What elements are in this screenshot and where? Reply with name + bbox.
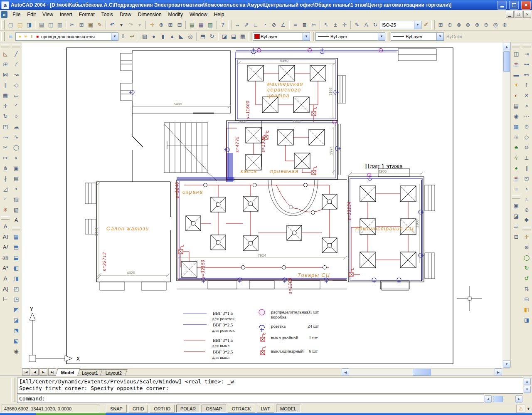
layer-on-icon[interactable]: ●: [17, 34, 23, 40]
ordinate-dimension-icon[interactable]: ∟: [251, 20, 260, 30]
fog-icon[interactable]: ≋: [511, 132, 521, 142]
snap-center-icon[interactable]: ⊙: [522, 121, 532, 132]
ellipse-arc-icon[interactable]: ◗: [11, 153, 21, 163]
snap-tangent-icon[interactable]: ⊚: [522, 142, 532, 153]
tool-palettes-icon[interactable]: ▥: [206, 20, 215, 30]
explode-icon[interactable]: ✳: [0, 205, 10, 215]
status-toggle-ortho[interactable]: ORTHO: [150, 405, 175, 413]
menu-format[interactable]: Format: [76, 10, 98, 19]
edit-text-icon[interactable]: A/: [0, 242, 10, 252]
paste-icon[interactable]: ▣: [86, 20, 95, 30]
tab-layout1[interactable]: Layout1: [76, 369, 103, 376]
zoom-all-icon[interactable]: ◎: [491, 20, 500, 30]
landscape-new-icon[interactable]: ♣: [511, 142, 521, 153]
render-script-icon[interactable]: ▱: [511, 221, 521, 232]
snap-tracking-icon[interactable]: ⊸: [522, 49, 532, 59]
diameter-dimension-icon[interactable]: ⊘: [269, 20, 278, 30]
zoom-realtime-icon[interactable]: ⊕: [157, 20, 166, 30]
cmd-scroll-up-icon[interactable]: ▲: [524, 378, 531, 385]
pan-realtime-icon[interactable]: ✛: [148, 20, 157, 30]
snap-node-icon[interactable]: ∘: [522, 184, 532, 194]
properties-icon[interactable]: ▤: [187, 20, 197, 30]
zoom-icon[interactable]: ⊕: [522, 242, 532, 252]
ne-isometric-icon[interactable]: ⬔: [11, 325, 21, 336]
scroll-left-icon[interactable]: ◀: [342, 368, 349, 376]
pan-icon[interactable]: ✛: [522, 232, 532, 242]
chevron-down-icon[interactable]: ▼: [414, 21, 421, 29]
zoom-extents-icon[interactable]: ⊚: [500, 20, 509, 30]
menu-window[interactable]: Window: [186, 10, 211, 19]
quick-dimension-icon[interactable]: ≡: [291, 20, 300, 30]
cmd-scroll-down-icon[interactable]: ▼: [524, 386, 531, 393]
background-icon[interactable]: ▩: [511, 121, 521, 132]
multiline-text-icon[interactable]: A: [0, 221, 10, 232]
hide-icon[interactable]: ◫: [511, 49, 521, 59]
move-icon[interactable]: ✛: [0, 101, 10, 111]
toolbar-grip[interactable]: [522, 227, 531, 230]
undo-dropdown[interactable]: ▾: [117, 20, 126, 30]
slice-icon[interactable]: ◪: [220, 32, 229, 41]
render-window-icon[interactable]: ▣: [511, 200, 521, 211]
mapping-icon[interactable]: ◉: [511, 111, 521, 121]
revolve-icon[interactable]: ↻: [207, 32, 217, 41]
chevron-down-icon[interactable]: ▼: [111, 33, 118, 40]
named-views-icon[interactable]: ▦: [11, 232, 21, 242]
text-style-icon[interactable]: A*: [0, 263, 10, 273]
center-mark-icon[interactable]: ✛: [340, 20, 349, 30]
layer-previous-icon[interactable]: ↩: [128, 32, 137, 41]
top-view-icon[interactable]: ⬒: [11, 242, 21, 252]
close-button[interactable]: ✕: [521, 1, 531, 10]
menu-insert[interactable]: Insert: [57, 10, 76, 19]
tab-model[interactable]: Model: [55, 368, 80, 376]
command-window-grip[interactable]: [11, 378, 15, 402]
right-view-icon[interactable]: ◨: [11, 273, 21, 284]
scroll-right-icon[interactable]: ▶: [495, 368, 502, 376]
lineweight-dropdown[interactable]: ByLayer ▼: [391, 32, 444, 41]
scroll-down-icon[interactable]: ▼: [503, 360, 510, 368]
osnap-settings-icon[interactable]: ✱: [522, 215, 532, 225]
toolbar-grip[interactable]: [12, 227, 20, 230]
make-block-icon[interactable]: ▤: [11, 173, 21, 184]
solids-cylinder-icon[interactable]: ▮: [158, 32, 167, 41]
make-object-layer-current-icon[interactable]: ⇩: [118, 32, 128, 41]
redo-icon[interactable]: ↷: [126, 20, 135, 30]
copy-object-icon[interactable]: ⊞: [0, 59, 10, 69]
toolbar-grip[interactable]: [1, 44, 10, 47]
toolbar-grip[interactable]: [248, 32, 251, 41]
menu-edit[interactable]: Edit: [24, 10, 39, 19]
revision-cloud-icon[interactable]: ☁: [11, 121, 21, 132]
render-statistics-icon[interactable]: ≡: [511, 184, 521, 194]
bottom-view-icon[interactable]: ⬓: [11, 252, 21, 263]
landscape-library-icon[interactable]: ♠: [511, 163, 521, 173]
snap-extension-icon[interactable]: ⋯: [522, 111, 532, 121]
tab-next-button[interactable]: ▶: [39, 368, 47, 375]
back-clip-icon[interactable]: ◨: [522, 315, 532, 325]
layer-freeze-icon[interactable]: ☀: [23, 34, 29, 40]
toolbar-grip[interactable]: [1, 216, 10, 220]
status-menu-arrow-icon[interactable]: ▼: [527, 407, 530, 411]
aligned-dimension-icon[interactable]: ⇗: [242, 20, 251, 30]
dimension-style-icon[interactable]: ✐: [421, 20, 431, 30]
child-close-button[interactable]: ✕: [523, 11, 531, 18]
solids-sphere-icon[interactable]: ●: [149, 32, 158, 41]
fillet-icon[interactable]: ◜: [0, 194, 10, 205]
erase-icon[interactable]: ◺: [0, 49, 10, 59]
tab-layout2[interactable]: Layout2: [100, 369, 127, 376]
mtext-icon[interactable]: A: [11, 215, 21, 225]
dimension-text-edit-icon[interactable]: A: [362, 20, 371, 30]
child-restore-button[interactable]: ❐: [515, 11, 522, 18]
status-toggle-model[interactable]: MODEL: [276, 405, 300, 413]
zoom-dynamic-icon[interactable]: ⊙: [445, 20, 454, 30]
adjust-clip-planes-icon[interactable]: ⊟: [522, 294, 532, 304]
menu-draw[interactable]: Draw: [116, 10, 135, 19]
camera-icon[interactable]: ◉: [11, 346, 21, 356]
match-properties-icon[interactable]: ✎: [95, 20, 104, 30]
hscroll-thumb[interactable]: [413, 369, 431, 375]
snap-endpoint-icon[interactable]: ⊷: [522, 69, 532, 80]
rectangle-icon[interactable]: ▭: [11, 90, 21, 101]
mirror-icon[interactable]: ⋈: [0, 69, 10, 80]
command-hscrollbar[interactable]: ◀ ▶: [484, 395, 523, 403]
zoom-window-icon[interactable]: ⊞: [166, 20, 175, 30]
landscape-edit-icon[interactable]: ♧: [511, 153, 521, 163]
break-icon[interactable]: ∤: [0, 173, 10, 184]
